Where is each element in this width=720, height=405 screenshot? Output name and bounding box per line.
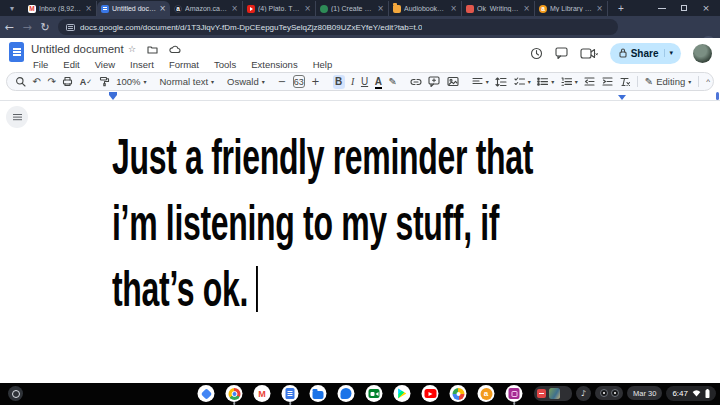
search-icon[interactable] xyxy=(15,76,26,87)
tab-youtube-plato[interactable]: (4) Plato. The So × xyxy=(243,1,316,16)
document-text[interactable]: Just a friendly reminder that i’m listen… xyxy=(112,124,533,322)
editing-mode-select[interactable]: ✎ Editing ▾ xyxy=(645,76,691,87)
version-history-icon[interactable] xyxy=(530,47,543,60)
star-document-icon[interactable]: ☆ xyxy=(128,44,136,54)
app-icon-gmail[interactable]: M xyxy=(254,385,271,402)
tab-untitled-document[interactable]: Untitled docum × xyxy=(97,1,170,16)
text-color-button[interactable]: A xyxy=(375,76,382,87)
tab-search-icon[interactable]: ▾ xyxy=(4,1,20,15)
align-select[interactable]: ▾ xyxy=(472,77,489,86)
underline-button[interactable]: U xyxy=(361,76,368,87)
music-note-icon[interactable]: ♪ xyxy=(576,386,591,401)
back-icon[interactable]: ← xyxy=(0,21,18,34)
bulleted-list-select[interactable]: ▾ xyxy=(537,77,554,86)
tab-ok-writing[interactable]: Ok_Writing1472 × xyxy=(462,1,535,16)
reload-icon[interactable]: ↻ xyxy=(36,21,54,34)
menu-help[interactable]: Help xyxy=(311,58,335,71)
menu-format[interactable]: Format xyxy=(167,58,201,71)
document-title[interactable]: Untitled document xyxy=(31,43,124,55)
menu-file[interactable]: File xyxy=(31,58,50,71)
tab-close-icon[interactable]: × xyxy=(304,5,311,13)
app-icon-meet[interactable] xyxy=(366,385,383,402)
line-spacing-icon[interactable] xyxy=(495,77,507,87)
move-to-folder-icon[interactable] xyxy=(147,45,158,54)
tab-close-icon[interactable]: × xyxy=(159,5,166,13)
window-close-icon[interactable]: × xyxy=(702,4,710,12)
checklist-select[interactable]: ▾ xyxy=(514,77,531,86)
spellcheck-icon[interactable]: A✓ xyxy=(80,77,92,87)
paint-format-icon[interactable] xyxy=(99,76,110,87)
system-tray[interactable]: 6:47 xyxy=(666,386,716,401)
date-badge[interactable]: Mar 30 xyxy=(627,386,662,400)
minimize-icon[interactable] xyxy=(658,4,666,12)
app-icon-play-books[interactable] xyxy=(506,385,523,402)
tab-amazon[interactable]: a Amazon.ca : plu × xyxy=(170,1,243,16)
menu-view[interactable]: View xyxy=(93,58,117,71)
document-canvas[interactable]: Just a friendly reminder that i’m listen… xyxy=(0,102,720,383)
increase-indent-icon[interactable] xyxy=(602,77,613,86)
document-outline-button[interactable] xyxy=(6,106,28,128)
insert-link-icon[interactable] xyxy=(410,77,422,87)
highlight-color-icon[interactable]: ✎ xyxy=(388,76,396,87)
app-icon-chrome[interactable] xyxy=(226,385,243,402)
menu-extensions[interactable]: Extensions xyxy=(249,58,299,71)
record-icon[interactable] xyxy=(600,389,608,397)
app-icon-docs[interactable] xyxy=(282,385,299,402)
account-avatar[interactable] xyxy=(693,44,712,63)
launcher-button[interactable] xyxy=(8,386,23,401)
url-text[interactable]: docs.google.com/document/d/1T3JiqvY-fDm-… xyxy=(80,23,422,32)
insert-image-icon[interactable] xyxy=(447,76,459,87)
zoom-select[interactable]: 100%▾ xyxy=(116,76,146,87)
add-comment-icon[interactable] xyxy=(428,76,440,87)
font-size-input[interactable]: 63 xyxy=(293,75,305,88)
italic-button[interactable]: I xyxy=(351,76,354,87)
tab-gmail-inbox[interactable]: M Inbox (8,920) - j × xyxy=(24,1,97,16)
clear-formatting-icon[interactable] xyxy=(619,77,630,87)
tab-close-icon[interactable]: × xyxy=(596,5,603,13)
hide-menus-icon[interactable]: ^ xyxy=(706,77,710,86)
tab-close-icon[interactable]: × xyxy=(85,5,92,13)
new-tab-button[interactable]: + xyxy=(614,1,628,15)
bold-button[interactable]: B xyxy=(333,75,345,89)
menu-edit[interactable]: Edit xyxy=(61,58,81,71)
decrease-font-size-icon[interactable]: − xyxy=(278,76,286,87)
undo-icon[interactable]: ↶ xyxy=(33,76,41,87)
share-button[interactable]: Share ▾ xyxy=(610,43,681,64)
tab-audiobooks[interactable]: Audiobooks ma × xyxy=(389,1,462,16)
tab-close-icon[interactable]: × xyxy=(450,5,457,13)
app-icon-messages[interactable] xyxy=(338,385,355,402)
tab-close-icon[interactable]: × xyxy=(377,5,384,13)
tab-audible-library[interactable]: a My Library | Audi × xyxy=(535,1,608,16)
print-icon[interactable] xyxy=(62,76,73,87)
google-docs-logo[interactable] xyxy=(9,42,24,62)
right-indent-marker[interactable] xyxy=(618,95,626,100)
left-indent-marker[interactable] xyxy=(109,95,117,100)
increase-font-size-icon[interactable]: + xyxy=(311,76,319,87)
app-icon-audible[interactable]: a xyxy=(478,385,495,402)
tab-create-new[interactable]: (1) Create New F × xyxy=(316,1,389,16)
app-icon-play-store[interactable] xyxy=(394,385,411,402)
tab-close-icon[interactable]: × xyxy=(231,5,238,13)
screen-capture-pill[interactable] xyxy=(595,386,623,400)
capture-icon[interactable] xyxy=(611,389,619,397)
app-icon-youtube[interactable] xyxy=(422,385,439,402)
forward-icon[interactable]: → xyxy=(18,21,36,34)
comment-history-icon[interactable] xyxy=(555,47,568,59)
cloud-status-icon[interactable] xyxy=(169,45,181,54)
app-icon-assistant[interactable] xyxy=(198,385,215,402)
decrease-indent-icon[interactable] xyxy=(584,77,595,86)
scrollbar-thumb[interactable] xyxy=(716,92,719,100)
menu-tools[interactable]: Tools xyxy=(212,58,238,71)
app-icon-photos[interactable] xyxy=(450,385,467,402)
media-controls-widget[interactable] xyxy=(534,386,572,401)
site-info-icon[interactable] xyxy=(66,24,75,31)
share-dropdown-icon[interactable]: ▾ xyxy=(664,49,677,57)
redo-icon[interactable]: ↷ xyxy=(47,76,55,87)
font-select[interactable]: Oswald▾ xyxy=(227,76,265,87)
numbered-list-select[interactable]: ▾ xyxy=(561,77,578,86)
address-bar[interactable]: docs.google.com/document/d/1T3JiqvY-fDm-… xyxy=(58,19,618,35)
maximize-icon[interactable] xyxy=(680,4,688,12)
app-icon-files[interactable] xyxy=(310,385,327,402)
tab-close-icon[interactable]: × xyxy=(523,5,530,13)
paragraph-style-select[interactable]: Normal text▾ xyxy=(159,76,214,87)
